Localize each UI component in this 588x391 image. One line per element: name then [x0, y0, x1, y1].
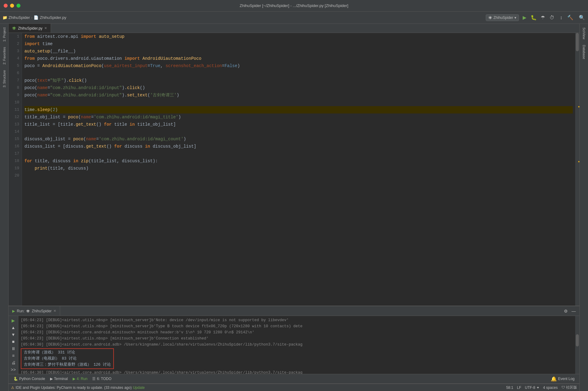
bottom-tab-bar: ▶ Run: 🕷 ZhihuSpider ✕ ⚙ — — [9, 306, 579, 316]
profile-button[interactable]: ⏱ — [548, 14, 556, 21]
run-panel-scrollbar[interactable] — [575, 316, 579, 374]
run-output: [05:04:23] [DEBUG]<airtest.utils.nbsp> [… — [18, 316, 575, 374]
terminal-tab[interactable]: ▶ Terminal — [48, 374, 70, 384]
sidebar-item-sciview[interactable]: SciView — [581, 25, 587, 42]
left-sidebar: 1: Project 2: Favorites 3: Structure — [0, 24, 9, 391]
breadcrumb-file[interactable]: 📄 ZhihuSpider.py — [34, 15, 66, 20]
run-config-tab-label: ZhihuSpider — [32, 309, 52, 313]
editor-scrollbar[interactable] — [575, 33, 579, 306]
tab-close-button[interactable]: ✕ — [44, 26, 47, 30]
editor-area: 🕷 ZhihuSpider.py ✕ 1 2 3 4 5 6 7 8 9 10 … — [9, 24, 579, 391]
settings-button[interactable]: ⚙ — [562, 308, 569, 314]
sidebar-item-database[interactable]: Database — [581, 42, 587, 62]
code-line-4: from poco.drivers.android.uiautomation i… — [24, 55, 573, 62]
tab-bar: 🕷 ZhihuSpider.py ✕ — [9, 24, 579, 33]
run-tab-bottom[interactable]: ▶ 4: Run — [70, 374, 90, 384]
more-button[interactable]: >> — [10, 367, 17, 372]
todo-label: 6: TODO — [97, 377, 111, 381]
run-icon-bottom: ▶ — [73, 377, 75, 381]
code-line-10 — [24, 99, 573, 106]
code-line-19: print(title, discuss) — [24, 165, 573, 172]
result-box: 古剑奇谭（游戏） 331 讨论 古剑奇谭（电视剧） 83 讨论 古剑奇谭三：梦付… — [21, 348, 114, 369]
output-line-6: [05:04:30] [DEBUG]<airtest.core.android.… — [21, 370, 573, 374]
chevron-down-icon: ▾ — [514, 16, 516, 20]
update-link[interactable]: Update — [133, 386, 145, 390]
sidebar-item-project[interactable]: 1: Project — [1, 25, 7, 44]
result-line-1: 古剑奇谭（游戏） 331 讨论 — [21, 350, 113, 356]
stop-button[interactable]: ■ — [10, 339, 17, 344]
code-line-12: title_obj_list = poco(name='com.zhihu.an… — [24, 113, 573, 121]
debug-button[interactable]: 🐛 — [530, 14, 537, 21]
print-button[interactable]: 🖨 — [10, 360, 17, 365]
scroll-up-button[interactable]: ▲ — [10, 325, 17, 330]
scroll-marker-2 — [578, 161, 579, 162]
indentation[interactable]: 4 spaces — [543, 386, 558, 390]
coverage-button[interactable]: ☂ — [539, 14, 546, 21]
vcs-button[interactable]: ↕ — [557, 14, 565, 21]
line-ending[interactable]: LF — [517, 386, 521, 390]
right-sidebar: SciView Database — [579, 24, 588, 391]
output-line-2: [05:04:23] [DEBUG]<airtest.utils.nbsp> [… — [21, 323, 573, 329]
run-config-tab-icon: 🕷 — [26, 309, 30, 313]
cursor-position[interactable]: 58:1 — [506, 386, 513, 390]
run-label-bottom: 4: Run — [77, 377, 87, 381]
event-log-icon: 🔔 — [551, 376, 557, 382]
run-tab-close[interactable]: ✕ — [53, 309, 56, 313]
output-line-4: [05:04:23] [DEBUG]<airtest.utils.nbsp> [… — [21, 335, 573, 342]
run-tab-label: Run: — [17, 309, 24, 313]
bottom-toolbar: 🐍 Python Console ▶ Terminal ▶ 4: Run ☰ 6… — [9, 374, 579, 384]
run-panel-sidebar: ▶ ▲ ▼ ■ ⏸ ≡ 🖨 >> — [9, 316, 18, 374]
traffic-lights — [4, 4, 20, 8]
code-content[interactable]: from airtest.core.api import auto_setup … — [22, 33, 575, 306]
run-tab[interactable]: ▶ Run: 🕷 ZhihuSpider ✕ — [9, 306, 60, 316]
toolbar-actions: 🕷 ZhihuSpider ▾ ▶ 🐛 ☂ ⏱ ↕ 🔨 🔍 — [486, 14, 586, 21]
build-button[interactable]: 🔨 — [567, 14, 574, 21]
run-button[interactable]: ▶ — [521, 14, 528, 21]
maximize-button[interactable] — [16, 4, 20, 8]
code-line-9: poco(name="com.zhihu.android:id/input").… — [24, 91, 573, 99]
run-config-selector[interactable]: 🕷 ZhihuSpider ▾ — [486, 14, 519, 21]
event-log-label[interactable]: Event Log — [558, 377, 575, 381]
pause-button[interactable]: ⏸ — [10, 346, 17, 351]
tab-zhihuspider[interactable]: 🕷 ZhihuSpider.py ✕ — [9, 24, 51, 33]
code-line-1: from airtest.core.api import auto_setup — [24, 33, 573, 40]
breadcrumb-project[interactable]: 📁 ZhihuSpider — [2, 15, 30, 20]
folder-icon: 📁 — [2, 15, 7, 20]
python-console-tab[interactable]: 🐍 Python Console — [11, 374, 48, 384]
rerun-button[interactable]: ▶ — [10, 318, 17, 323]
search-everywhere-button[interactable]: 🔍 — [578, 14, 586, 21]
minimize-button[interactable] — [10, 4, 14, 8]
output-line-3: [05:04:23] [DEBUG]<airtest.core.android.… — [21, 329, 573, 335]
breadcrumb-separator: › — [31, 15, 32, 20]
result-line-3: 古剑奇谭三：梦付千秋星垂野（游戏） 126 讨论 — [21, 362, 113, 368]
run-config-label: ZhihuSpider — [493, 16, 513, 20]
breadcrumb: 📁 ZhihuSpider › 📄 ZhihuSpider.py — [2, 15, 485, 20]
code-line-2: import time — [24, 40, 573, 48]
code-line-6 — [24, 70, 573, 77]
status-right: 58:1 LF UTF-8 ✦ 4 spaces 🛡 社区版 — [506, 385, 577, 390]
main-area: 1: Project 2: Favorites 3: Structure 🕷 Z… — [0, 24, 588, 391]
file-icon: 📄 — [34, 15, 38, 20]
code-line-17 — [24, 150, 573, 157]
align-left-button[interactable]: ≡ — [10, 353, 17, 358]
warning-text: IDE and Plugin Updates: PyCharm is ready… — [16, 386, 132, 390]
code-editor[interactable]: 1 2 3 4 5 6 7 8 9 10 11 12 13 14 15 16 1… — [9, 33, 579, 306]
sidebar-item-structure[interactable]: 3: Structure — [1, 68, 7, 90]
sidebar-item-favorites[interactable]: 2: Favorites — [1, 45, 7, 67]
result-line-2: 古剑奇谭（电视剧） 83 讨论 — [21, 356, 113, 362]
encoding[interactable]: UTF-8 ✦ — [525, 386, 539, 390]
bottom-panel: ▶ Run: 🕷 ZhihuSpider ✕ ⚙ — ▶ ▲ ▼ — [9, 306, 579, 391]
close-button[interactable] — [4, 4, 8, 8]
community-icon: 🛡 社区版 — [561, 385, 577, 390]
code-line-20 — [24, 172, 573, 179]
minimize-panel-button[interactable]: — — [570, 308, 577, 314]
warning-message: ⚠ IDE and Plugin Updates: PyCharm is rea… — [11, 386, 145, 390]
warning-icon: ⚠ — [11, 386, 14, 390]
title-bar: ZhihuSpider [~/ZhihuSpider] - .../ZhihuS… — [0, 0, 588, 12]
code-line-15: discuss_obj_list = poco(name='com.zhihu.… — [24, 135, 573, 143]
code-line-8: poco(name="com.zhihu.android:id/input").… — [24, 84, 573, 91]
output-line-1: [05:04:23] [DEBUG]<airtest.utils.nbsp> [… — [21, 317, 573, 323]
terminal-label: Terminal — [54, 377, 68, 381]
todo-tab[interactable]: ☰ 6: TODO — [90, 374, 114, 384]
scroll-down-button[interactable]: ▼ — [10, 332, 17, 337]
